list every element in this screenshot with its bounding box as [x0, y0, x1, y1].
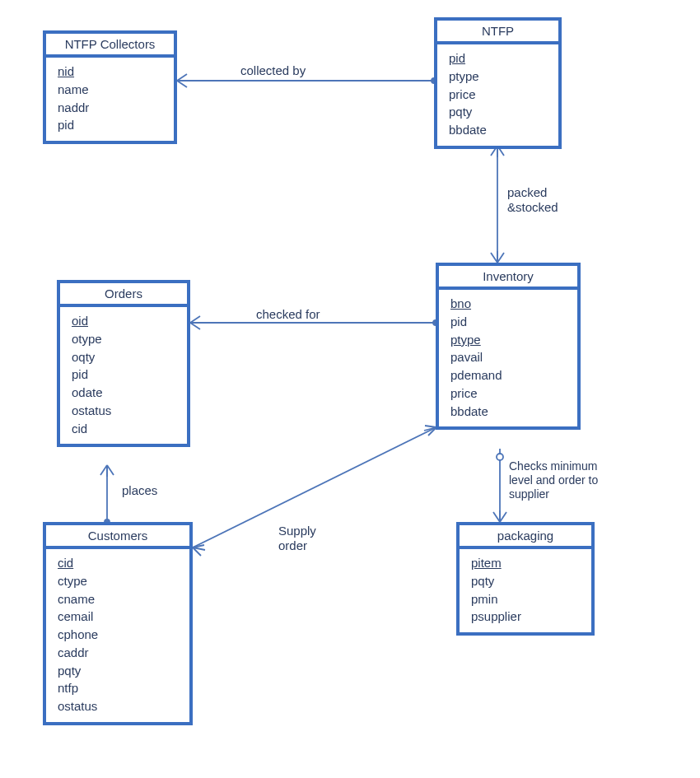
attr: naddr: [58, 99, 166, 117]
attr: cid: [72, 420, 179, 438]
attr: odate: [72, 384, 179, 402]
entity-attrs: bno pid ptype pavail pdemand price bbdat…: [439, 290, 577, 426]
attr: cemail: [58, 608, 181, 626]
attr: ptype: [450, 331, 569, 349]
entity-title: Inventory: [439, 266, 577, 290]
attr: pqty: [449, 103, 550, 121]
attr: ostatus: [58, 697, 181, 715]
attr: psupplier: [471, 608, 583, 626]
attr: cname: [58, 590, 181, 608]
attr: pid: [72, 366, 179, 384]
attr: oid: [72, 312, 179, 330]
attr: name: [58, 81, 166, 99]
attr: pqty: [58, 662, 181, 680]
rel-checked-for: checked for: [256, 307, 320, 322]
attr: pdemand: [450, 366, 569, 384]
attr: pid: [449, 49, 550, 68]
attr: pitem: [471, 554, 583, 572]
attr: ptype: [449, 68, 550, 86]
attr: bbdate: [450, 403, 569, 421]
entity-orders: Orders oid otype oqty pid odate ostatus …: [57, 280, 190, 447]
attr: price: [449, 86, 550, 104]
rel-checks-min: Checks minimum level and order to suppli…: [509, 459, 598, 501]
attr: price: [450, 384, 569, 403]
entity-attrs: pitem pqty pmin psupplier: [460, 549, 591, 632]
attr: bno: [450, 295, 569, 313]
entity-inventory: Inventory bno pid ptype pavail pdemand p…: [436, 263, 581, 430]
entity-title: Customers: [46, 525, 189, 549]
entity-attrs: pid ptype price pqty bbdate: [437, 44, 558, 146]
rel-supply-order: Supply order: [278, 524, 316, 553]
rel-packed-stocked: packed &stocked: [507, 185, 558, 215]
attr: cid: [58, 554, 181, 572]
rel-collected-by: collected by: [240, 63, 306, 78]
attr: otype: [72, 330, 179, 348]
attr: nid: [58, 63, 166, 81]
attr: ostatus: [72, 402, 179, 420]
attr: oqty: [72, 348, 179, 366]
entity-attrs: nid name naddr pid: [46, 58, 174, 141]
attr: ctype: [58, 572, 181, 590]
attr: pid: [58, 116, 166, 134]
entity-attrs: cid ctype cname cemail cphone caddr pqty…: [46, 549, 189, 722]
attr: pid: [450, 313, 569, 331]
entity-ntfp-collectors: NTFP Collectors nid name naddr pid: [43, 30, 177, 144]
entity-title: Orders: [60, 283, 187, 307]
svg-point-9: [497, 454, 503, 460]
entity-title: NTFP: [437, 21, 558, 44]
entity-title: packaging: [460, 525, 591, 549]
attr: cphone: [58, 626, 181, 644]
attr: caddr: [58, 644, 181, 662]
entity-customers: Customers cid ctype cname cemail cphone …: [43, 522, 193, 725]
entity-ntfp: NTFP pid ptype price pqty bbdate: [434, 17, 562, 149]
attr: pmin: [471, 590, 583, 608]
rel-places: places: [122, 483, 157, 498]
entity-packaging: packaging pitem pqty pmin psupplier: [456, 522, 595, 636]
attr: bbdate: [449, 121, 550, 139]
attr: ntfp: [58, 679, 181, 697]
attr: pavail: [450, 348, 569, 366]
entity-title: NTFP Collectors: [46, 34, 174, 58]
er-diagram-canvas: NTFP Collectors nid name naddr pid NTFP …: [0, 0, 700, 778]
entity-attrs: oid otype oqty pid odate ostatus cid: [60, 307, 187, 444]
attr: pqty: [471, 572, 583, 590]
